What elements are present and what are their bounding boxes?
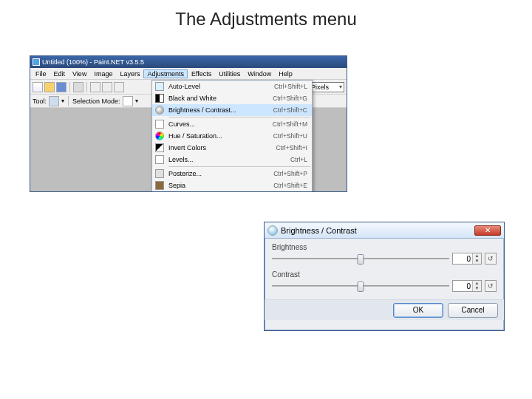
menu-item-label: Levels... [167, 156, 290, 163]
copy-icon[interactable] [102, 82, 112, 92]
contrast-value: 0 [453, 282, 472, 290]
adjustments-dropdown: Auto-LevelCtrl+Shift+LBlack and WhiteCtr… [151, 80, 313, 192]
menu-separator [168, 166, 310, 167]
brightness-reset-button[interactable]: ↺ [485, 253, 497, 265]
invert-icon [155, 143, 164, 152]
menu-item-label: Hue / Saturation... [167, 132, 273, 140]
dialog-title-text: Brightness / Contrast [281, 226, 357, 235]
menu-edit[interactable]: Edit [50, 70, 69, 78]
menu-layers[interactable]: Layers [116, 70, 143, 78]
menu-item-accelerator: Ctrl+Shift+C [273, 106, 307, 114]
paste-icon[interactable] [114, 82, 124, 92]
dialog-app-icon [267, 225, 278, 236]
spinner-down-icon[interactable]: ▼ [472, 259, 481, 264]
cut-icon[interactable] [90, 82, 100, 92]
menu-item-label: Curves... [167, 120, 273, 128]
tool-picker-icon[interactable] [49, 96, 59, 106]
brightness-slider-thumb[interactable] [358, 254, 364, 265]
window-titlebar: Untitled (100%) - Paint.NET v3.5.5 [30, 56, 347, 68]
open-icon[interactable] [44, 82, 55, 92]
menu-item-sepia[interactable]: SepiaCtrl+Shift+E [152, 180, 312, 191]
menu-effects[interactable]: Effects [188, 70, 215, 78]
menu-file[interactable]: File [32, 70, 50, 78]
bw-icon [155, 94, 164, 103]
menu-item-auto-level[interactable]: Auto-LevelCtrl+Shift+L [152, 81, 312, 92]
menu-separator [168, 117, 310, 117]
menu-item-accelerator: Ctrl+L [290, 156, 307, 163]
new-icon[interactable] [33, 82, 43, 92]
units-select[interactable]: Pixels [309, 82, 344, 92]
spinner-down-icon[interactable]: ▼ [472, 286, 481, 291]
menu-item-levels[interactable]: Levels...Ctrl+L [152, 154, 312, 166]
menu-item-accelerator: Ctrl+Shift+I [276, 144, 307, 151]
contrast-slider[interactable] [272, 281, 449, 291]
menu-item-label: Black and White [167, 95, 273, 102]
levels-icon [155, 155, 164, 164]
menu-view[interactable]: View [69, 70, 90, 78]
paintnet-window: Untitled (100%) - Paint.NET v3.5.5 File … [30, 55, 347, 192]
brightness-slider[interactable] [272, 253, 449, 264]
save-icon[interactable] [56, 82, 66, 92]
contrast-reset-button[interactable]: ↺ [485, 280, 497, 292]
menu-item-accelerator: Ctrl+Shift+M [273, 120, 307, 128]
menu-item-label: Invert Colors [167, 144, 276, 151]
menu-item-label: Auto-Level [167, 83, 274, 90]
menu-item-accelerator: Ctrl+Shift+G [273, 95, 307, 102]
ok-button[interactable]: OK [393, 303, 443, 318]
toolbar-separator [68, 96, 69, 106]
tool-label: Tool: [33, 98, 47, 105]
menu-item-invert-colors[interactable]: Invert ColorsCtrl+Shift+I [152, 142, 312, 154]
contrast-slider-thumb[interactable] [358, 282, 364, 292]
print-icon[interactable] [73, 82, 83, 92]
menu-image[interactable]: Image [90, 70, 116, 78]
contrast-spinner[interactable]: 0 ▲▼ [452, 280, 482, 292]
menu-item-accelerator: Ctrl+Shift+L [274, 83, 307, 90]
auto-icon [155, 82, 164, 91]
menu-item-curves[interactable]: Curves...Ctrl+Shift+M [152, 118, 312, 130]
toolbar-separator [86, 82, 87, 92]
brightness-contrast-dialog: Brightness / Contrast ✕ Brightness 0 ▲▼ … [264, 222, 505, 331]
menu-window[interactable]: Window [244, 70, 275, 78]
menu-help[interactable]: Help [275, 70, 296, 78]
sepia-icon [155, 181, 164, 190]
menu-item-label: Brightness / Contrast... [167, 106, 273, 114]
menu-item-black-and-white[interactable]: Black and WhiteCtrl+Shift+G [152, 92, 312, 104]
cancel-button[interactable]: Cancel [448, 303, 498, 318]
contrast-label: Contrast [272, 270, 497, 279]
poster-icon [155, 169, 164, 178]
bc-icon [155, 106, 164, 115]
selection-mode-label: Selection Mode: [72, 98, 120, 105]
menu-utilities[interactable]: Utilities [215, 70, 244, 78]
dialog-footer: OK Cancel [265, 299, 504, 320]
dialog-titlebar: Brightness / Contrast ✕ [265, 222, 504, 239]
toolbar-separator [69, 82, 70, 92]
window-title-text: Untitled (100%) - Paint.NET v3.5.5 [42, 58, 144, 66]
selmode-replace-icon[interactable] [123, 96, 133, 106]
menu-adjustments[interactable]: Adjustments [143, 69, 188, 78]
close-button[interactable]: ✕ [474, 225, 501, 236]
menu-item-accelerator: Ctrl+Shift+P [273, 170, 307, 177]
menu-item-hue-saturation[interactable]: Hue / Saturation...Ctrl+Shift+U [152, 130, 312, 142]
brightness-value: 0 [453, 255, 472, 263]
menu-item-posterize[interactable]: Posterize...Ctrl+Shift+P [152, 168, 312, 180]
brightness-spinner[interactable]: 0 ▲▼ [452, 253, 482, 265]
menu-item-label: Posterize... [167, 170, 273, 177]
menu-item-label: Sepia [167, 182, 273, 189]
curves-icon [155, 120, 164, 129]
menu-item-accelerator: Ctrl+Shift+E [273, 182, 307, 189]
spinner-up-icon[interactable]: ▲ [472, 253, 481, 259]
slide-title: The Adjustments menu [0, 9, 532, 30]
brightness-label: Brightness [272, 243, 497, 251]
spinner-up-icon[interactable]: ▲ [472, 281, 481, 286]
menubar: File Edit View Image Layers Adjustments … [30, 68, 347, 80]
menu-item-accelerator: Ctrl+Shift+U [273, 132, 307, 140]
menu-item-brightness-contrast[interactable]: Brightness / Contrast...Ctrl+Shift+C [152, 104, 312, 116]
hue-icon [155, 132, 164, 140]
paintnet-app-icon [33, 58, 40, 66]
